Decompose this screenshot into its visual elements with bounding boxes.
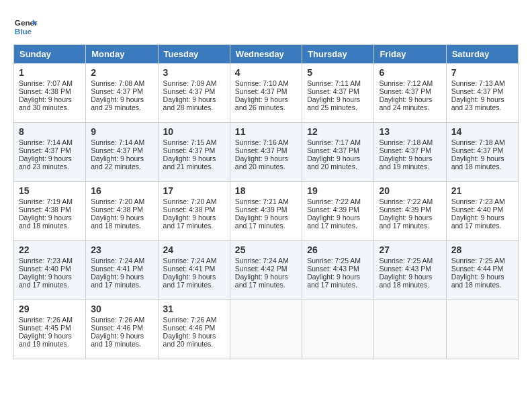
sunset-text: Sunset: 4:41 PM (163, 265, 216, 273)
day-number: 18 (235, 185, 297, 196)
col-header-tuesday: Tuesday (158, 45, 230, 64)
day-cell: 1Sunrise: 7:07 AMSunset: 4:38 PMDaylight… (14, 64, 86, 123)
day-number: 31 (163, 304, 225, 314)
week-row-5: 29Sunrise: 7:26 AMSunset: 4:45 PMDayligh… (14, 300, 519, 359)
daylight-text: Daylight: 9 hours and 18 minutes. (451, 273, 504, 289)
sunset-text: Sunset: 4:42 PM (235, 265, 287, 273)
day-cell: 22Sunrise: 7:23 AMSunset: 4:40 PMDayligh… (14, 241, 86, 300)
day-number: 5 (307, 67, 369, 78)
daylight-text: Daylight: 9 hours and 25 minutes. (307, 95, 360, 111)
sunrise-text: Sunrise: 7:12 AM (379, 79, 433, 87)
col-header-wednesday: Wednesday (230, 45, 302, 64)
sunrise-text: Sunrise: 7:15 AM (163, 138, 217, 146)
svg-text:Blue: Blue (15, 27, 32, 36)
day-cell: 18Sunrise: 7:21 AMSunset: 4:39 PMDayligh… (230, 182, 302, 241)
daylight-text: Daylight: 9 hours and 21 minutes. (163, 154, 216, 171)
day-cell: 14Sunrise: 7:18 AMSunset: 4:37 PMDayligh… (446, 123, 518, 182)
sunrise-text: Sunrise: 7:14 AM (91, 138, 144, 146)
day-number: 4 (235, 67, 297, 78)
daylight-text: Daylight: 9 hours and 17 minutes. (163, 273, 216, 289)
daylight-text: Daylight: 9 hours and 19 minutes. (379, 154, 432, 171)
week-row-2: 8Sunrise: 7:14 AMSunset: 4:37 PMDaylight… (14, 123, 519, 182)
sunset-text: Sunset: 4:40 PM (451, 205, 504, 214)
day-cell: 31Sunrise: 7:26 AMSunset: 4:46 PMDayligh… (158, 300, 230, 359)
sunset-text: Sunset: 4:45 PM (19, 324, 71, 332)
day-number: 17 (163, 185, 225, 196)
day-number: 16 (91, 185, 152, 196)
day-cell: 5Sunrise: 7:11 AMSunset: 4:37 PMDaylight… (302, 64, 374, 123)
sunrise-text: Sunrise: 7:26 AM (91, 316, 144, 324)
sunrise-text: Sunrise: 7:18 AM (379, 138, 433, 146)
daylight-text: Daylight: 9 hours and 23 minutes. (19, 154, 72, 171)
day-number: 13 (379, 126, 441, 137)
col-header-thursday: Thursday (302, 45, 374, 64)
sunset-text: Sunset: 4:38 PM (163, 205, 216, 214)
sunset-text: Sunset: 4:37 PM (451, 87, 504, 95)
day-cell: 3Sunrise: 7:09 AMSunset: 4:37 PMDaylight… (158, 64, 230, 123)
daylight-text: Daylight: 9 hours and 17 minutes. (451, 214, 504, 230)
day-cell: 20Sunrise: 7:22 AMSunset: 4:39 PMDayligh… (374, 182, 446, 241)
sunset-text: Sunset: 4:41 PM (91, 265, 143, 273)
sunrise-text: Sunrise: 7:25 AM (451, 257, 505, 265)
week-row-3: 15Sunrise: 7:19 AMSunset: 4:38 PMDayligh… (14, 182, 519, 241)
sunset-text: Sunset: 4:43 PM (307, 265, 359, 273)
day-cell: 7Sunrise: 7:13 AMSunset: 4:37 PMDaylight… (446, 64, 518, 123)
day-number: 8 (19, 126, 81, 137)
sunrise-text: Sunrise: 7:22 AM (307, 197, 361, 205)
day-number: 12 (307, 126, 369, 137)
daylight-text: Daylight: 9 hours and 18 minutes. (19, 214, 72, 230)
col-header-saturday: Saturday (446, 45, 518, 64)
sunrise-text: Sunrise: 7:10 AM (235, 79, 289, 87)
sunset-text: Sunset: 4:39 PM (307, 205, 359, 214)
sunrise-text: Sunrise: 7:24 AM (91, 257, 144, 265)
day-cell: 11Sunrise: 7:16 AMSunset: 4:37 PMDayligh… (230, 123, 302, 182)
sunset-text: Sunset: 4:37 PM (451, 146, 504, 154)
day-number: 9 (91, 126, 152, 137)
day-number: 19 (307, 185, 369, 196)
sunset-text: Sunset: 4:38 PM (91, 205, 143, 214)
sunrise-text: Sunrise: 7:08 AM (91, 79, 144, 87)
daylight-text: Daylight: 9 hours and 17 minutes. (307, 273, 360, 289)
daylight-text: Daylight: 9 hours and 18 minutes. (91, 214, 144, 230)
sunrise-text: Sunrise: 7:26 AM (163, 316, 217, 324)
col-header-friday: Friday (374, 45, 446, 64)
day-cell: 10Sunrise: 7:15 AMSunset: 4:37 PMDayligh… (158, 123, 230, 182)
logo: General Blue (13, 13, 38, 38)
daylight-text: Daylight: 9 hours and 17 minutes. (19, 273, 72, 289)
day-cell: 23Sunrise: 7:24 AMSunset: 4:41 PMDayligh… (86, 241, 158, 300)
day-cell: 9Sunrise: 7:14 AMSunset: 4:37 PMDaylight… (86, 123, 158, 182)
day-number: 2 (91, 67, 152, 78)
day-cell (374, 300, 446, 359)
daylight-text: Daylight: 9 hours and 17 minutes. (379, 214, 432, 230)
day-cell: 29Sunrise: 7:26 AMSunset: 4:45 PMDayligh… (14, 300, 86, 359)
daylight-text: Daylight: 9 hours and 26 minutes. (235, 95, 288, 111)
sunset-text: Sunset: 4:39 PM (379, 205, 431, 214)
sunrise-text: Sunrise: 7:18 AM (451, 138, 505, 146)
sunset-text: Sunset: 4:37 PM (163, 87, 216, 95)
sunset-text: Sunset: 4:38 PM (19, 87, 71, 95)
sunrise-text: Sunrise: 7:22 AM (379, 197, 433, 205)
day-number: 7 (451, 67, 513, 78)
sunset-text: Sunset: 4:37 PM (307, 87, 359, 95)
sunrise-text: Sunrise: 7:09 AM (163, 79, 217, 87)
day-cell: 30Sunrise: 7:26 AMSunset: 4:46 PMDayligh… (86, 300, 158, 359)
sunset-text: Sunset: 4:37 PM (379, 146, 431, 154)
sunset-text: Sunset: 4:38 PM (19, 205, 71, 214)
daylight-text: Daylight: 9 hours and 19 minutes. (91, 332, 144, 348)
daylight-text: Daylight: 9 hours and 18 minutes. (451, 154, 504, 171)
daylight-text: Daylight: 9 hours and 20 minutes. (235, 154, 288, 171)
sunrise-text: Sunrise: 7:24 AM (163, 257, 217, 265)
sunset-text: Sunset: 4:37 PM (91, 146, 143, 154)
day-cell: 13Sunrise: 7:18 AMSunset: 4:37 PMDayligh… (374, 123, 446, 182)
sunrise-text: Sunrise: 7:13 AM (451, 79, 505, 87)
day-number: 1 (19, 67, 81, 78)
sunrise-text: Sunrise: 7:26 AM (19, 316, 73, 324)
daylight-text: Daylight: 9 hours and 20 minutes. (163, 332, 216, 348)
sunrise-text: Sunrise: 7:14 AM (19, 138, 73, 146)
day-cell: 8Sunrise: 7:14 AMSunset: 4:37 PMDaylight… (14, 123, 86, 182)
daylight-text: Daylight: 9 hours and 24 minutes. (379, 95, 432, 111)
sunset-text: Sunset: 4:37 PM (19, 146, 71, 154)
day-cell: 12Sunrise: 7:17 AMSunset: 4:37 PMDayligh… (302, 123, 374, 182)
daylight-text: Daylight: 9 hours and 20 minutes. (307, 154, 360, 171)
day-number: 29 (19, 304, 81, 314)
